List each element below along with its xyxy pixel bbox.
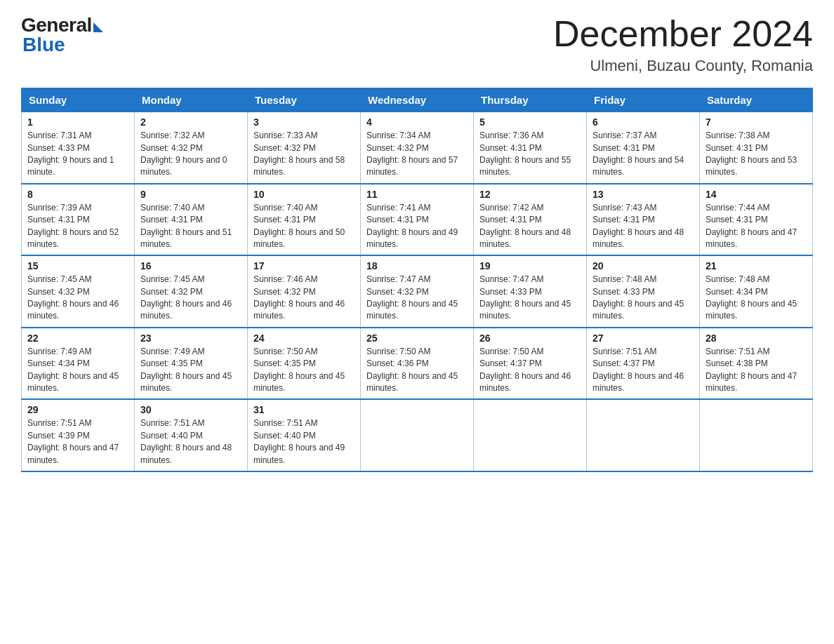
day-info: Sunrise: 7:50 AMSunset: 4:35 PMDaylight:…	[253, 347, 345, 393]
calendar-cell: 28 Sunrise: 7:51 AMSunset: 4:38 PMDaylig…	[700, 328, 813, 400]
calendar-cell: 20 Sunrise: 7:48 AMSunset: 4:33 PMDaylig…	[587, 255, 700, 328]
day-number: 29	[27, 404, 128, 415]
calendar-cell: 19 Sunrise: 7:47 AMSunset: 4:33 PMDaylig…	[474, 255, 587, 328]
day-info: Sunrise: 7:43 AMSunset: 4:31 PMDaylight:…	[593, 203, 684, 249]
day-number: 19	[479, 260, 581, 271]
day-number: 14	[706, 189, 807, 200]
day-number: 8	[27, 189, 128, 200]
day-info: Sunrise: 7:47 AMSunset: 4:32 PMDaylight:…	[366, 274, 458, 321]
day-info: Sunrise: 7:49 AMSunset: 4:34 PMDaylight:…	[27, 347, 119, 393]
day-info: Sunrise: 7:34 AMSunset: 4:32 PMDaylight:…	[366, 130, 458, 177]
col-header-monday: Monday	[135, 88, 248, 112]
calendar-cell: 30 Sunrise: 7:51 AMSunset: 4:40 PMDaylig…	[135, 399, 248, 471]
calendar-week-row: 8 Sunrise: 7:39 AMSunset: 4:31 PMDayligh…	[22, 184, 813, 256]
calendar-cell: 5 Sunrise: 7:36 AMSunset: 4:31 PMDayligh…	[474, 112, 587, 184]
calendar-cell: 6 Sunrise: 7:37 AMSunset: 4:31 PMDayligh…	[587, 112, 700, 184]
day-number: 4	[366, 116, 468, 128]
day-number: 20	[593, 260, 694, 271]
day-number: 9	[140, 189, 241, 200]
col-header-wednesday: Wednesday	[361, 88, 474, 112]
day-number: 1	[27, 116, 128, 128]
calendar-cell: 1 Sunrise: 7:31 AMSunset: 4:33 PMDayligh…	[22, 112, 135, 184]
calendar-cell: 3 Sunrise: 7:33 AMSunset: 4:32 PMDayligh…	[248, 112, 361, 184]
col-header-friday: Friday	[587, 88, 700, 112]
day-info: Sunrise: 7:50 AMSunset: 4:36 PMDaylight:…	[366, 347, 458, 393]
day-number: 22	[27, 333, 128, 344]
col-header-sunday: Sunday	[22, 88, 135, 112]
calendar-table: SundayMondayTuesdayWednesdayThursdayFrid…	[21, 88, 813, 472]
day-number: 16	[140, 260, 241, 271]
calendar-week-row: 29 Sunrise: 7:51 AMSunset: 4:39 PMDaylig…	[22, 399, 813, 471]
logo-triangle-icon	[93, 22, 103, 32]
calendar-cell: 23 Sunrise: 7:49 AMSunset: 4:35 PMDaylig…	[135, 328, 248, 400]
calendar-cell	[587, 399, 700, 471]
month-year-title: December 2024	[553, 14, 813, 54]
calendar-cell: 21 Sunrise: 7:48 AMSunset: 4:34 PMDaylig…	[700, 255, 813, 328]
calendar-cell: 31 Sunrise: 7:51 AMSunset: 4:40 PMDaylig…	[248, 399, 361, 471]
calendar-cell: 2 Sunrise: 7:32 AMSunset: 4:32 PMDayligh…	[135, 112, 248, 184]
day-number: 24	[253, 333, 355, 344]
day-info: Sunrise: 7:44 AMSunset: 4:31 PMDaylight:…	[706, 203, 797, 249]
day-info: Sunrise: 7:45 AMSunset: 4:32 PMDaylight:…	[140, 274, 232, 321]
calendar-week-row: 15 Sunrise: 7:45 AMSunset: 4:32 PMDaylig…	[22, 255, 813, 328]
day-info: Sunrise: 7:50 AMSunset: 4:37 PMDaylight:…	[479, 347, 571, 393]
calendar-cell: 29 Sunrise: 7:51 AMSunset: 4:39 PMDaylig…	[22, 399, 135, 471]
calendar-cell: 15 Sunrise: 7:45 AMSunset: 4:32 PMDaylig…	[22, 255, 135, 328]
calendar-cell: 27 Sunrise: 7:51 AMSunset: 4:37 PMDaylig…	[587, 328, 700, 400]
col-header-saturday: Saturday	[700, 88, 813, 112]
logo: General Blue	[21, 14, 103, 56]
day-info: Sunrise: 7:51 AMSunset: 4:39 PMDaylight:…	[27, 418, 119, 464]
day-number: 2	[140, 116, 241, 128]
day-info: Sunrise: 7:33 AMSunset: 4:32 PMDaylight:…	[253, 130, 345, 177]
calendar-cell: 16 Sunrise: 7:45 AMSunset: 4:32 PMDaylig…	[135, 255, 248, 328]
day-number: 6	[593, 116, 694, 128]
day-number: 5	[479, 116, 581, 128]
day-info: Sunrise: 7:51 AMSunset: 4:38 PMDaylight:…	[706, 347, 797, 393]
day-info: Sunrise: 7:37 AMSunset: 4:31 PMDaylight:…	[593, 130, 684, 177]
day-number: 21	[706, 260, 807, 271]
calendar-cell: 8 Sunrise: 7:39 AMSunset: 4:31 PMDayligh…	[22, 184, 135, 256]
calendar-cell: 11 Sunrise: 7:41 AMSunset: 4:31 PMDaylig…	[361, 184, 474, 256]
calendar-cell: 10 Sunrise: 7:40 AMSunset: 4:31 PMDaylig…	[248, 184, 361, 256]
logo-blue-text: Blue	[22, 34, 65, 56]
day-number: 12	[479, 189, 581, 200]
day-info: Sunrise: 7:47 AMSunset: 4:33 PMDaylight:…	[479, 274, 571, 321]
day-info: Sunrise: 7:51 AMSunset: 4:37 PMDaylight:…	[593, 347, 684, 393]
day-number: 13	[593, 189, 694, 200]
day-number: 27	[593, 333, 694, 344]
calendar-cell	[361, 399, 474, 471]
calendar-cell: 17 Sunrise: 7:46 AMSunset: 4:32 PMDaylig…	[248, 255, 361, 328]
calendar-cell	[474, 399, 587, 471]
col-header-thursday: Thursday	[474, 88, 587, 112]
calendar-cell: 24 Sunrise: 7:50 AMSunset: 4:35 PMDaylig…	[248, 328, 361, 400]
calendar-cell: 9 Sunrise: 7:40 AMSunset: 4:31 PMDayligh…	[135, 184, 248, 256]
day-info: Sunrise: 7:48 AMSunset: 4:34 PMDaylight:…	[706, 274, 797, 321]
calendar-header-row: SundayMondayTuesdayWednesdayThursdayFrid…	[22, 88, 813, 112]
day-number: 25	[366, 333, 468, 344]
calendar-week-row: 1 Sunrise: 7:31 AMSunset: 4:33 PMDayligh…	[22, 112, 813, 184]
calendar-cell: 7 Sunrise: 7:38 AMSunset: 4:31 PMDayligh…	[700, 112, 813, 184]
day-info: Sunrise: 7:51 AMSunset: 4:40 PMDaylight:…	[253, 418, 345, 464]
title-block: December 2024 Ulmeni, Buzau County, Roma…	[553, 14, 813, 75]
calendar-cell: 18 Sunrise: 7:47 AMSunset: 4:32 PMDaylig…	[361, 255, 474, 328]
day-number: 3	[253, 116, 355, 128]
calendar-cell: 13 Sunrise: 7:43 AMSunset: 4:31 PMDaylig…	[587, 184, 700, 256]
day-info: Sunrise: 7:39 AMSunset: 4:31 PMDaylight:…	[27, 203, 119, 249]
day-info: Sunrise: 7:38 AMSunset: 4:31 PMDaylight:…	[706, 130, 797, 177]
day-number: 15	[27, 260, 128, 271]
day-info: Sunrise: 7:32 AMSunset: 4:32 PMDaylight:…	[140, 130, 227, 177]
location-subtitle: Ulmeni, Buzau County, Romania	[553, 57, 813, 75]
day-info: Sunrise: 7:36 AMSunset: 4:31 PMDaylight:…	[479, 130, 571, 177]
col-header-tuesday: Tuesday	[248, 88, 361, 112]
day-number: 28	[706, 333, 807, 344]
calendar-week-row: 22 Sunrise: 7:49 AMSunset: 4:34 PMDaylig…	[22, 328, 813, 400]
calendar-cell: 14 Sunrise: 7:44 AMSunset: 4:31 PMDaylig…	[700, 184, 813, 256]
day-number: 31	[253, 404, 355, 415]
day-info: Sunrise: 7:40 AMSunset: 4:31 PMDaylight:…	[140, 203, 232, 249]
day-number: 18	[366, 260, 468, 271]
day-number: 10	[253, 189, 355, 200]
day-info: Sunrise: 7:46 AMSunset: 4:32 PMDaylight:…	[253, 274, 345, 321]
calendar-cell: 12 Sunrise: 7:42 AMSunset: 4:31 PMDaylig…	[474, 184, 587, 256]
day-number: 17	[253, 260, 355, 271]
calendar-cell: 22 Sunrise: 7:49 AMSunset: 4:34 PMDaylig…	[22, 328, 135, 400]
